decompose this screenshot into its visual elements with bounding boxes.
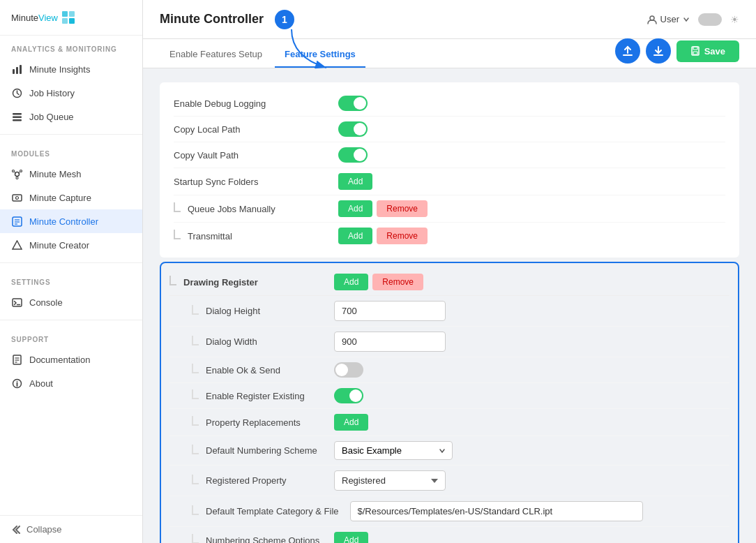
toggle-copy-local-path[interactable] <box>338 121 368 137</box>
main-content: Minute Controller 1 User ☀ <box>143 0 756 543</box>
chart-icon <box>11 64 22 75</box>
svg-rect-6 <box>20 65 22 74</box>
mesh-icon <box>11 168 22 179</box>
tree-connector-eos <box>192 364 199 373</box>
svg-marker-24 <box>13 241 22 249</box>
toggle-copy-vault-path[interactable] <box>338 147 368 163</box>
btn-remove-drawing-register[interactable]: Remove <box>372 274 423 290</box>
sidebar-label-job-queue: Job Queue <box>29 112 74 122</box>
row-drawing-register: Drawing Register Add Remove <box>169 269 729 296</box>
input-dialog-width[interactable] <box>334 332 446 352</box>
sidebar-item-minute-controller[interactable]: Minute Controller <box>0 209 142 233</box>
row-copy-local-path: Copy Local Path <box>174 117 725 142</box>
toggle-enable-register-existing[interactable] <box>334 388 363 403</box>
sidebar-item-documentation[interactable]: Documentation <box>0 348 142 371</box>
transmittal-actions: Add Remove <box>338 228 428 244</box>
section-label-settings: SETTINGS <box>0 269 142 290</box>
upload-button[interactable] <box>615 38 640 64</box>
tab-feature-settings[interactable]: Feature Settings <box>275 42 365 68</box>
topbar: Minute Controller 1 User ☀ <box>143 0 756 39</box>
toggle-enable-ok-send[interactable] <box>334 362 363 378</box>
row-default-template-category: Default Template Category & File <box>169 496 729 527</box>
sidebar-section-modules: MODULES Minute Mesh Minute Capture Minut… <box>0 140 142 257</box>
row-registered-property: Registered Property Registered <box>169 466 729 496</box>
sidebar-item-minute-insights[interactable]: Minute Insights <box>0 57 142 81</box>
sidebar-item-minute-creator[interactable]: Minute Creator <box>0 233 142 257</box>
sidebar-label-about: About <box>29 378 53 389</box>
theme-toggle[interactable] <box>698 13 722 26</box>
svg-point-12 <box>12 170 14 172</box>
svg-rect-2 <box>62 18 68 24</box>
label-default-template-category: Default Template Category & File <box>206 506 339 516</box>
btn-add-startup-sync[interactable]: Add <box>338 173 372 190</box>
svg-rect-9 <box>13 116 22 118</box>
sidebar-item-job-history[interactable]: Job History <box>0 81 142 105</box>
save-button[interactable]: Save <box>676 40 739 62</box>
logo-text: MinuteView <box>11 13 58 23</box>
divider-1 <box>0 134 142 135</box>
label-startup-sync: Startup Sync Folders <box>174 177 258 187</box>
row-copy-vault-path: Copy Vault Path <box>174 142 725 168</box>
history-icon <box>11 87 22 98</box>
tree-connector-dh <box>192 305 199 315</box>
sidebar-label-job-history: Job History <box>29 88 75 98</box>
sidebar-item-about[interactable]: About <box>0 371 142 395</box>
select-registered-property[interactable]: Registered <box>334 470 446 491</box>
doc-icon <box>11 354 22 365</box>
label-property-replacements: Property Replacements <box>206 417 301 428</box>
svg-rect-18 <box>13 195 22 201</box>
btn-remove-queue-jobs[interactable]: Remove <box>377 200 428 217</box>
tree-connector-queue <box>174 202 181 212</box>
btn-add-drawing-register[interactable]: Add <box>334 274 368 290</box>
controller-icon <box>11 216 22 227</box>
download-button[interactable] <box>646 38 671 64</box>
input-dialog-height[interactable] <box>334 301 446 321</box>
sidebar-collapse-btn[interactable]: Collapse <box>0 515 142 543</box>
btn-add-queue-jobs[interactable]: Add <box>338 200 372 217</box>
settings-container: Enable Debug Logging Copy Local Path Cop… <box>160 82 739 258</box>
sidebar-item-console[interactable]: Console <box>0 290 142 314</box>
tree-connector-dw <box>192 336 199 345</box>
sidebar-item-job-queue[interactable]: Job Queue <box>0 105 142 128</box>
btn-add-numbering-scheme-options[interactable]: Add <box>334 532 368 543</box>
user-label: User <box>660 14 679 24</box>
svg-rect-39 <box>693 47 697 50</box>
logo-icon <box>61 10 76 25</box>
input-default-template-category[interactable] <box>350 501 643 521</box>
label-registered-property: Registered Property <box>206 475 287 486</box>
capture-icon <box>11 192 22 203</box>
sidebar-label-minute-controller: Minute Controller <box>29 216 98 227</box>
sidebar-item-minute-capture[interactable]: Minute Capture <box>0 186 142 209</box>
toggle-debug-logging[interactable] <box>338 96 368 111</box>
balloon-1: 1 <box>275 10 294 29</box>
sidebar-item-minute-mesh[interactable]: Minute Mesh <box>0 162 142 186</box>
sidebar-label-minute-creator: Minute Creator <box>29 240 89 251</box>
collapse-label: Collapse <box>27 524 62 535</box>
console-icon <box>11 297 22 308</box>
row-default-numbering-scheme: Default Numbering Scheme Basic Example <box>169 436 729 466</box>
btn-add-transmittal[interactable]: Add <box>338 228 372 244</box>
user-button[interactable]: User <box>647 14 690 24</box>
label-copy-vault-path: Copy Vault Path <box>174 150 239 161</box>
label-dialog-height: Dialog Height <box>206 306 260 316</box>
svg-point-35 <box>650 16 654 20</box>
section-label-analytics: ANALYTICS & MONITORING <box>0 36 142 57</box>
tab-enable-features[interactable]: Enable Features Setup <box>160 42 272 68</box>
annotation-1: 1 <box>275 10 294 29</box>
logo-view: View <box>38 13 58 23</box>
svg-point-13 <box>20 170 22 172</box>
numbering-scheme-value: Basic Example <box>342 445 435 456</box>
download-icon <box>653 45 664 57</box>
btn-add-property-replacements[interactable]: Add <box>334 414 368 431</box>
svg-rect-1 <box>69 11 75 17</box>
label-queue-jobs: Queue Jobs Manually <box>188 204 275 214</box>
svg-point-14 <box>16 177 18 179</box>
label-enable-ok-send: Enable Ok & Send <box>206 365 280 375</box>
svg-point-33 <box>16 380 17 382</box>
label-copy-local-path: Copy Local Path <box>174 124 240 135</box>
sidebar-logo: MinuteView <box>0 0 142 36</box>
sidebar-section-analytics: ANALYTICS & MONITORING Minute Insights J… <box>0 36 142 128</box>
content-area: Enable Debug Logging Copy Local Path Cop… <box>143 68 756 543</box>
btn-remove-transmittal[interactable]: Remove <box>377 228 428 244</box>
select-numbering-scheme[interactable]: Basic Example <box>334 441 453 460</box>
